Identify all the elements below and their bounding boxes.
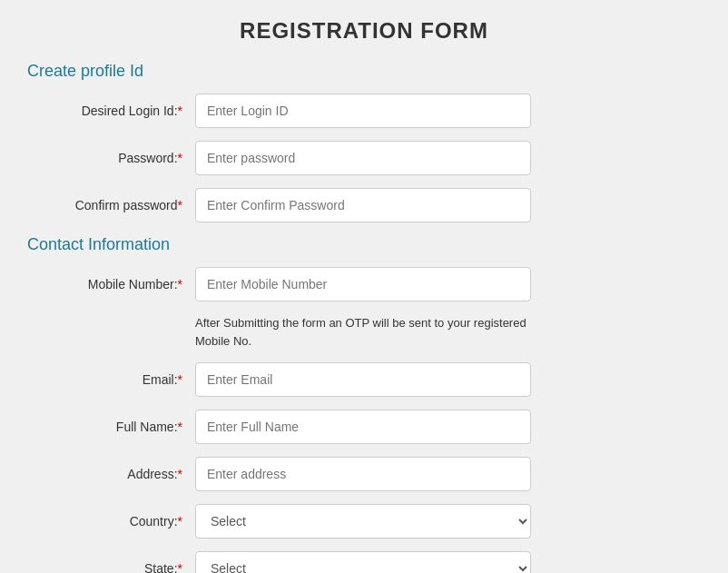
profile-section-title: Create profile Id: [27, 62, 701, 81]
country-select[interactable]: Select: [195, 504, 531, 538]
login-id-label: Desired Login Id:*: [27, 104, 195, 118]
otp-note: After Submitting the form an OTP will be…: [195, 314, 531, 350]
full-name-group: Full Name:*: [27, 410, 701, 444]
address-input[interactable]: [195, 457, 531, 491]
state-select[interactable]: Select: [195, 551, 531, 573]
password-group: Password:*: [27, 141, 701, 175]
login-id-input[interactable]: [195, 94, 531, 128]
full-name-input[interactable]: [195, 410, 531, 444]
email-group: Email:*: [27, 362, 701, 397]
page-title: REGISTRATION FORM: [27, 18, 701, 44]
mobile-group: Mobile Number:*: [27, 267, 701, 301]
country-group: Country:* Select: [27, 504, 701, 538]
page-container: REGISTRATION FORM Create profile Id Desi…: [0, 0, 728, 573]
password-input[interactable]: [195, 141, 531, 175]
mobile-label: Mobile Number:*: [27, 277, 195, 291]
address-label: Address:*: [27, 467, 195, 481]
full-name-label: Full Name:*: [27, 420, 195, 434]
contact-section-title: Contact Information: [27, 235, 701, 254]
country-label: Country:*: [27, 514, 195, 529]
email-label: Email:*: [27, 372, 195, 387]
state-label: State:*: [27, 561, 195, 573]
address-group: Address:*: [27, 457, 701, 491]
password-label: Password:*: [27, 151, 195, 165]
state-group: State:* Select: [27, 551, 701, 573]
mobile-input[interactable]: [195, 267, 531, 301]
confirm-password-label: Confirm password*: [27, 198, 195, 212]
confirm-password-input[interactable]: [195, 188, 531, 222]
login-id-group: Desired Login Id:*: [27, 94, 701, 128]
confirm-password-group: Confirm password*: [27, 188, 701, 222]
email-input[interactable]: [195, 362, 531, 397]
